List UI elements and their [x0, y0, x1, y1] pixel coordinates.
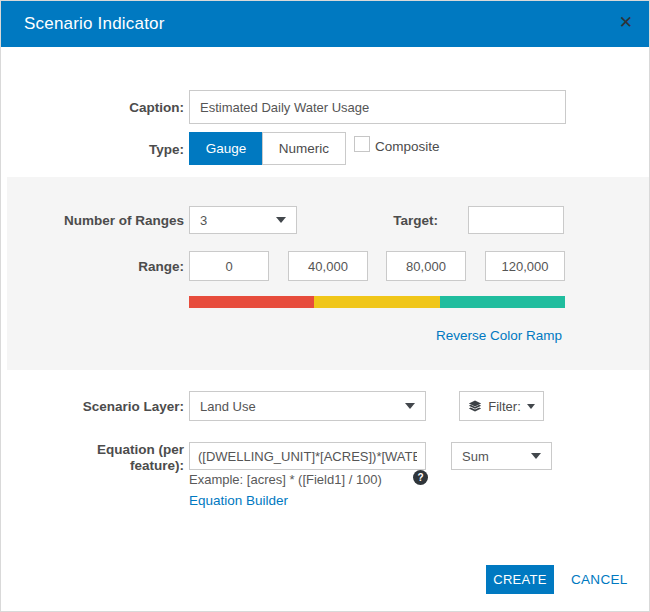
- caption-label: Caption:: [1, 100, 184, 115]
- range-label: Range:: [1, 259, 184, 274]
- ramp-segment-yellow: [314, 296, 439, 308]
- target-input[interactable]: [468, 206, 564, 234]
- type-label: Type:: [1, 142, 184, 157]
- chevron-down-icon: [405, 403, 415, 409]
- range-input-4[interactable]: [485, 251, 565, 281]
- equation-builder-link[interactable]: Equation Builder: [189, 493, 288, 508]
- reverse-color-ramp-link[interactable]: Reverse Color Ramp: [436, 328, 562, 343]
- filter-dropdown[interactable]: Filter:: [459, 391, 544, 421]
- range-input-2[interactable]: [288, 251, 368, 281]
- filter-label: Filter:: [488, 399, 521, 414]
- aggregation-select[interactable]: Sum: [451, 442, 552, 470]
- dialog-header: Scenario Indicator ✕: [1, 1, 650, 47]
- type-numeric-button[interactable]: Numeric: [262, 132, 346, 165]
- type-gauge-button[interactable]: Gauge: [189, 132, 263, 165]
- equation-example-text: Example: [acres] * ([Field1] / 100): [189, 472, 382, 487]
- number-of-ranges-select[interactable]: 3: [189, 206, 297, 234]
- range-input-3[interactable]: [386, 251, 466, 281]
- create-button[interactable]: CREATE: [486, 565, 554, 594]
- composite-label: Composite: [375, 139, 440, 154]
- ramp-segment-teal: [440, 296, 565, 308]
- dialog-title: Scenario Indicator: [24, 14, 165, 34]
- layers-icon: [468, 400, 482, 413]
- scenario-layer-label: Scenario Layer:: [1, 399, 184, 414]
- chevron-down-icon: [276, 217, 286, 223]
- aggregation-value: Sum: [462, 449, 489, 464]
- cancel-button[interactable]: CANCEL: [571, 572, 628, 587]
- close-icon[interactable]: ✕: [619, 14, 633, 31]
- scenario-indicator-dialog: Scenario Indicator ✕ Caption: Type: Gaug…: [0, 0, 650, 612]
- scenario-layer-value: Land Use: [200, 399, 256, 414]
- range-input-1[interactable]: [189, 251, 269, 281]
- scenario-layer-select[interactable]: Land Use: [189, 391, 426, 421]
- equation-input[interactable]: [189, 442, 426, 470]
- chevron-down-icon: [527, 404, 535, 409]
- number-of-ranges-value: 3: [200, 213, 207, 228]
- equation-label: Equation (per feature):: [1, 442, 184, 474]
- caption-input[interactable]: [189, 90, 566, 124]
- number-of-ranges-label: Number of Ranges: [1, 213, 184, 228]
- composite-checkbox[interactable]: [354, 136, 370, 152]
- chevron-down-icon: [531, 453, 541, 459]
- ramp-segment-red: [189, 296, 314, 308]
- help-icon[interactable]: ?: [413, 470, 428, 485]
- color-ramp: [189, 296, 565, 308]
- target-label: Target:: [331, 213, 438, 228]
